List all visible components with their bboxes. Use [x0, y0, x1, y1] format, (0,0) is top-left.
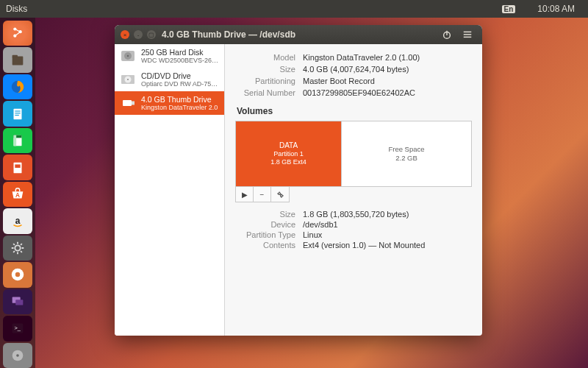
window-maximize-button[interactable]: ▢ [147, 30, 156, 39]
svg-rect-14 [15, 115, 18, 116]
system-tray: En 10:08 AM [480, 4, 582, 14]
svg-rect-26 [15, 300, 23, 305]
launcher-firefox[interactable] [3, 74, 32, 99]
launcher-writer[interactable] [3, 101, 32, 126]
svg-point-5 [13, 28, 16, 31]
launcher-terminal[interactable]: >_ [3, 316, 32, 341]
svg-point-44 [278, 192, 280, 194]
launcher-disks[interactable] [3, 343, 32, 368]
launcher-impress[interactable] [3, 155, 32, 180]
hdd-icon [119, 47, 137, 65]
drive-power-button[interactable] [438, 26, 456, 43]
mount-button[interactable]: ▶ [236, 187, 254, 202]
partition-device: /dev/sdb1 [303, 220, 472, 229]
svg-rect-9 [12, 54, 18, 57]
drive-size: 4.0 GB (4,007,624,704 bytes) [303, 65, 472, 74]
svg-rect-35 [464, 37, 472, 38]
svg-text:A: A [15, 192, 20, 199]
usb-drive-icon [119, 94, 137, 112]
svg-text:>_: >_ [14, 325, 21, 331]
drive-partitioning: Master Boot Record [303, 77, 472, 85]
launcher-help[interactable] [3, 262, 32, 287]
launcher-dash[interactable] [3, 21, 32, 46]
launcher-files[interactable] [3, 47, 32, 72]
launcher-software[interactable]: A [3, 182, 32, 207]
partition-type: Linux [303, 230, 472, 239]
unity-launcher: A a >_ [0, 18, 35, 368]
menubar-app-name: Disks [6, 4, 27, 14]
window-title: 4.0 GB Thumb Drive — /dev/sdb [162, 29, 295, 40]
svg-point-24 [15, 272, 20, 277]
top-menubar: Disks En 10:08 AM [0, 0, 588, 18]
drive-model: Kingston DataTraveler 2.0 (1.00) [303, 53, 472, 62]
svg-rect-19 [15, 164, 20, 168]
volumes-diagram: DATA Partition 1 1.8 GB Ext4 Free Space … [235, 121, 472, 187]
launcher-calc[interactable] [3, 128, 32, 153]
svg-rect-17 [14, 135, 17, 146]
volume-options-button[interactable] [271, 187, 289, 202]
clock[interactable]: 10:08 AM [537, 4, 575, 14]
svg-rect-11 [14, 108, 22, 119]
launcher-displays[interactable] [3, 289, 32, 314]
svg-rect-13 [15, 113, 20, 113]
volumes-heading: Volumes [237, 106, 472, 116]
disks-window: × ‑ ▢ 4.0 GB Thumb Drive — /dev/sdb 250 … [115, 25, 482, 336]
launcher-amazon[interactable]: a [3, 208, 32, 233]
device-item-optical[interactable]: CD/DVD DriveOptiarc DVD RW AD-7590S [115, 68, 224, 91]
drive-menu-button[interactable] [459, 26, 476, 43]
drive-serial: 00137299805EF940E62402AC [303, 88, 472, 97]
partition-size: 1.8 GB (1,803,550,720 bytes) [303, 210, 472, 219]
svg-rect-12 [15, 110, 20, 111]
svg-point-22 [15, 245, 20, 250]
window-minimize-button[interactable]: ‑ [134, 30, 143, 39]
svg-point-38 [127, 55, 129, 57]
language-indicator[interactable]: En [502, 5, 516, 13]
optical-icon [119, 71, 137, 88]
device-item-usb[interactable]: 4.0 GB Thumb DriveKingston DataTraveler … [115, 91, 224, 115]
svg-text:a: a [15, 215, 21, 225]
svg-point-45 [280, 194, 282, 197]
free-space-block[interactable]: Free Space 2.2 GB [342, 121, 471, 186]
svg-rect-42 [123, 100, 132, 106]
window-close-button[interactable]: × [121, 30, 129, 39]
device-item-hdd[interactable]: 250 GB Hard DiskWDC WD2500BEVS-26VAT0 [115, 44, 224, 68]
svg-point-41 [127, 79, 129, 80]
svg-rect-34 [464, 34, 472, 35]
drive-details-pane: ModelKingston DataTraveler 2.0 (1.00) Si… [225, 44, 482, 336]
svg-point-30 [16, 354, 19, 357]
delete-partition-button[interactable]: − [254, 187, 271, 202]
devices-sidebar: 250 GB Hard DiskWDC WD2500BEVS-26VAT0 CD… [115, 44, 225, 336]
volume-toolbar: ▶ − [235, 187, 290, 202]
window-titlebar[interactable]: × ‑ ▢ 4.0 GB Thumb Drive — /dev/sdb [115, 25, 482, 44]
svg-rect-43 [132, 102, 135, 105]
partition-block[interactable]: DATA Partition 1 1.8 GB Ext4 [236, 121, 342, 186]
svg-rect-33 [464, 32, 472, 32]
launcher-settings[interactable] [3, 236, 32, 261]
partition-contents: Ext4 (version 1.0) — Not Mounted [303, 241, 472, 250]
